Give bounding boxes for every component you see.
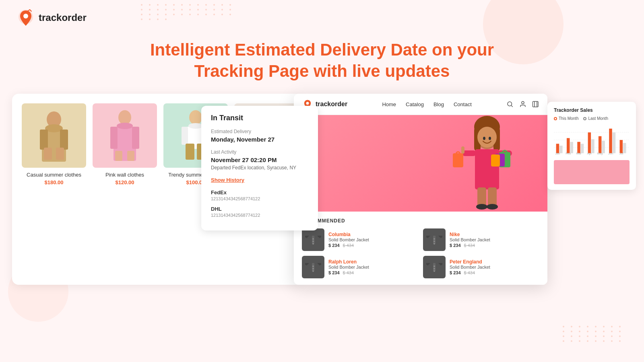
- carrier2-tracking: 12131434342568774122: [211, 213, 308, 218]
- svg-point-32: [508, 102, 512, 106]
- svg-point-18: [188, 123, 203, 129]
- rec-old-price: $ 434: [343, 243, 354, 248]
- hero-woman-figure: [427, 115, 547, 212]
- jacket-icon: [303, 257, 323, 277]
- show-history-link[interactable]: Show History: [211, 177, 308, 183]
- estimated-value: Monday, November 27: [211, 136, 308, 143]
- rec-brand: Ralph Loren: [328, 259, 418, 265]
- svg-rect-19: [182, 127, 188, 145]
- svg-rect-45: [453, 153, 463, 167]
- svg-rect-84: [588, 132, 591, 153]
- svg-rect-86: [599, 136, 602, 153]
- product-card[interactable]: Pink wall clothes $120.00: [93, 103, 157, 185]
- rec-product-image: [423, 228, 446, 251]
- last-activity-detail: Departed FedEx location, Syracuse, NY: [211, 165, 308, 171]
- rec-price: $ 234: [328, 243, 340, 248]
- svg-rect-80: [567, 138, 570, 153]
- legend-this-month: This Month: [554, 116, 578, 121]
- svg-text:Jan: Jan: [555, 152, 560, 155]
- rec-old-price: $ 434: [464, 270, 475, 275]
- svg-point-64: [433, 243, 435, 245]
- svg-text:Jun: Jun: [608, 152, 613, 155]
- browser-mockup: trackorder Home Catalog Blog Contact: [294, 94, 547, 285]
- this-month-dot: [554, 117, 557, 120]
- svg-rect-91: [623, 143, 626, 153]
- svg-rect-88: [609, 129, 612, 153]
- browser-logo-text: trackorder: [316, 101, 347, 108]
- rec-item[interactable]: Nike Solid Bomber Jacket $ 234 $ 434: [423, 228, 539, 251]
- nav-contact[interactable]: Contact: [454, 101, 472, 107]
- rec-product-info: Peter England Solid Bomber Jacket $ 234 …: [450, 259, 539, 275]
- rec-price: $ 234: [450, 243, 461, 248]
- rec-product-image: [302, 228, 324, 251]
- cart-icon[interactable]: [532, 101, 539, 108]
- product-image: [22, 103, 86, 168]
- svg-rect-48: [491, 154, 500, 167]
- product-name: Casual summer clothes: [27, 172, 81, 178]
- svg-rect-8: [56, 148, 64, 160]
- svg-point-31: [306, 102, 309, 105]
- svg-point-52: [487, 204, 498, 210]
- sales-legend: This Month Last Month: [554, 116, 630, 121]
- browser-nav: Home Catalog Blog Contact: [382, 101, 471, 107]
- svg-rect-89: [613, 132, 616, 153]
- rec-product-info: Nike Solid Bomber Jacket $ 234 $ 434: [450, 232, 539, 248]
- product-price: $120.00: [116, 179, 134, 185]
- carrier2-name: DHL: [211, 206, 308, 212]
- shopping-woman-svg: [431, 115, 543, 212]
- rec-product-name: Solid Bomber Jacket: [450, 237, 539, 242]
- rec-prices: $ 234 $ 434: [450, 270, 539, 275]
- main-layout: Casual summer clothes $180.00 P: [0, 94, 644, 285]
- logo[interactable]: trackorder: [16, 8, 87, 27]
- rec-product-name: Solid Bomber Jacket: [328, 237, 418, 242]
- svg-rect-5: [40, 130, 48, 150]
- svg-point-42: [477, 127, 497, 148]
- last-month-dot: [583, 117, 586, 120]
- svg-rect-12: [110, 127, 118, 149]
- rec-product-name: Solid Bomber Jacket: [328, 265, 418, 269]
- svg-text:Apr: Apr: [587, 152, 592, 155]
- svg-point-58: [312, 241, 314, 242]
- rec-product-info: Ralph Loren Solid Bomber Jacket $ 234 $ …: [328, 259, 418, 275]
- recommended-title: RECOMMENDED: [302, 218, 539, 224]
- svg-rect-34: [533, 101, 539, 107]
- last-activity-date: November 27 02:20 PM: [211, 156, 308, 163]
- logo-text: trackorder: [39, 12, 87, 23]
- rec-old-price: $ 434: [464, 243, 475, 248]
- rec-item[interactable]: Peter England Solid Bomber Jacket $ 234 …: [423, 256, 539, 278]
- product-image: [93, 103, 157, 168]
- product-card[interactable]: Casual summer clothes $180.00: [22, 103, 86, 185]
- recommended-section: RECOMMENDED: [294, 212, 547, 285]
- estimated-label: Estimated Delivery: [211, 129, 308, 134]
- jacket-icon: [303, 230, 323, 249]
- recommended-grid: Columbia Solid Bomber Jacket $ 234 $ 434: [302, 228, 539, 278]
- svg-text:Jul: Jul: [619, 152, 623, 155]
- svg-point-72: [433, 265, 435, 267]
- rec-item[interactable]: Columbia Solid Bomber Jacket $ 234 $ 434: [302, 228, 418, 251]
- rec-product-info: Columbia Solid Bomber Jacket $ 234 $ 434: [328, 232, 418, 248]
- nav-catalog[interactable]: Catalog: [406, 101, 424, 107]
- svg-point-74: [433, 270, 435, 272]
- svg-point-67: [312, 265, 314, 267]
- search-icon[interactable]: [506, 101, 514, 108]
- nav-blog[interactable]: Blog: [433, 101, 444, 107]
- rec-price: $ 234: [450, 270, 461, 275]
- browser-action-icons: [506, 101, 539, 108]
- svg-point-63: [433, 241, 435, 242]
- nav-home[interactable]: Home: [382, 101, 396, 107]
- rec-product-name: Solid Bomber Jacket: [450, 265, 539, 269]
- user-icon[interactable]: [519, 101, 526, 108]
- product-name: Pink wall clothes: [105, 172, 144, 178]
- svg-rect-15: [127, 151, 134, 161]
- rec-item[interactable]: Ralph Loren Solid Bomber Jacket $ 234 $ …: [302, 256, 418, 278]
- svg-point-73: [433, 268, 435, 269]
- carrier-section: FedEx 12131434342568774122 DHL 121314343…: [211, 189, 308, 218]
- svg-point-9: [118, 110, 131, 125]
- rec-prices: $ 234 $ 434: [328, 243, 418, 248]
- jacket-icon: [425, 230, 444, 249]
- hero-section: Intelligent Estimated Delivery Date on y…: [0, 35, 644, 94]
- svg-rect-14: [115, 151, 122, 161]
- svg-point-11: [117, 123, 133, 129]
- svg-rect-13: [132, 127, 139, 149]
- carrier1-tracking: 12131434342568774122: [211, 196, 308, 201]
